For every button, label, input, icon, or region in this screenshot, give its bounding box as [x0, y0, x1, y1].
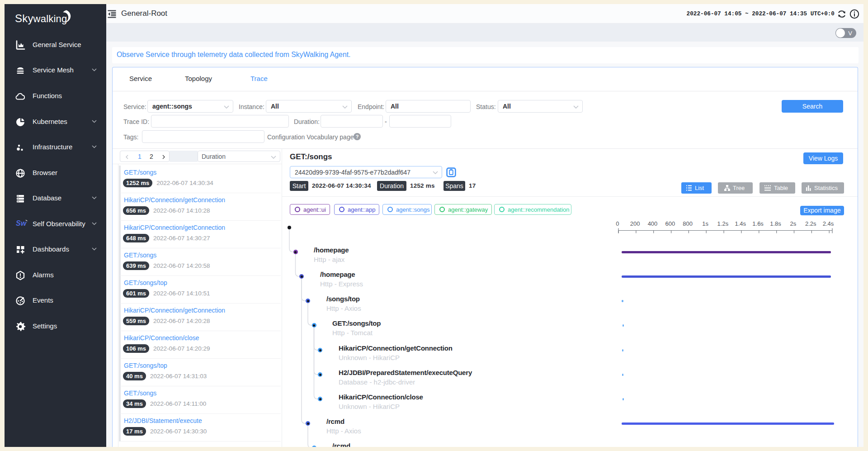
svg-text:2.2s: 2.2s: [805, 220, 816, 227]
svg-text:1.2s: 1.2s: [717, 220, 729, 227]
svg-text:600: 600: [665, 220, 675, 227]
svg-text:1.6s: 1.6s: [752, 220, 764, 227]
svg-text:1.8s: 1.8s: [770, 220, 781, 227]
svg-text:0: 0: [616, 220, 619, 227]
svg-text:2.4s: 2.4s: [823, 220, 834, 227]
svg-text:1s: 1s: [702, 220, 708, 227]
svg-text:1.4s: 1.4s: [735, 220, 746, 227]
svg-text:800: 800: [683, 220, 693, 227]
svg-text:200: 200: [630, 220, 640, 227]
svg-text:2s: 2s: [790, 220, 796, 227]
svg-text:400: 400: [648, 220, 658, 227]
